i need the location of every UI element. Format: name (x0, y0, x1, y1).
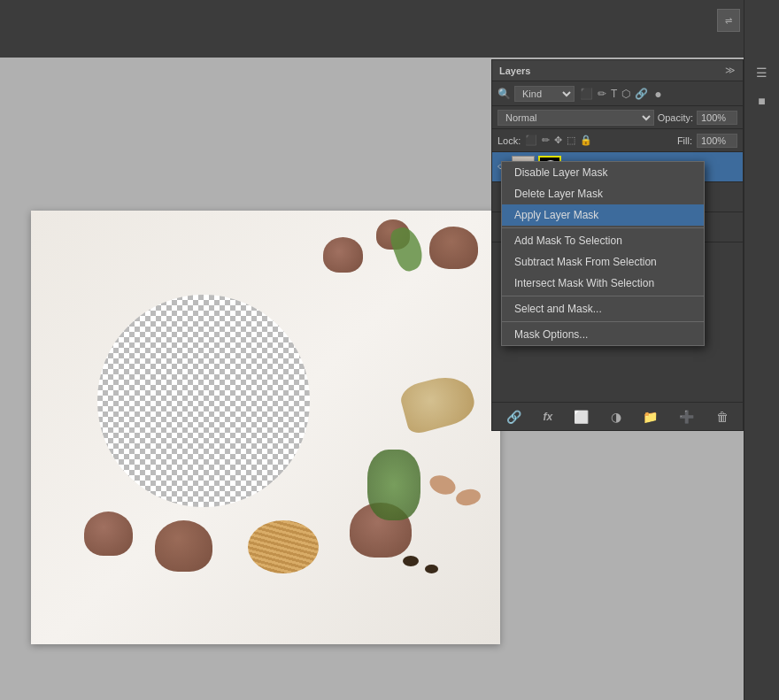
menu-item-delete[interactable]: Delete Layer Mask (502, 183, 704, 204)
food-olive-2 (425, 565, 438, 573)
menu-item-add-to-sel[interactable]: Add Mask To Selection (502, 230, 704, 251)
layers-bottom-toolbar: 🔗 fx ⬜ ◑ 📁 ➕ 🗑 (492, 402, 743, 430)
photo-frame (31, 211, 500, 644)
layers-panel-actions: ≫ (725, 65, 736, 76)
layers-kind-row: 🔍 Kind ⬛ ✏ T ⬡ 🔗 ● (492, 81, 743, 106)
food-mushroom-3 (429, 227, 478, 269)
menu-item-intersect[interactable]: Intersect Mask With Selection (502, 273, 704, 294)
add-mask-icon[interactable]: ⬜ (574, 410, 589, 424)
food-parsley (367, 450, 420, 520)
layers-panel-header: Layers ≫ (492, 60, 743, 81)
menu-item-subtract[interactable]: Subtract Mask From Selection (502, 251, 704, 273)
adjustment-layer-icon[interactable]: ◑ (611, 410, 621, 424)
food-mushroom-5 (155, 520, 212, 572)
group-layers-icon[interactable]: 📁 (643, 410, 658, 424)
lock-artboard-icon[interactable]: ⬚ (567, 135, 575, 146)
menu-separator-3 (502, 321, 704, 322)
lock-fill-row: Lock: ⬛ ✏ ✥ ⬚ 🔒 Fill: (492, 129, 743, 152)
top-right-panel-icons: ⇌ (717, 9, 740, 32)
food-olive-1 (403, 556, 419, 566)
filter-type-icon[interactable]: T (611, 88, 617, 100)
panel-toggle-icon[interactable]: ⇌ (717, 9, 740, 32)
food-mushroom-4 (84, 512, 133, 556)
transparency-circle (97, 295, 310, 507)
opacity-label: Opacity: (658, 112, 693, 123)
menu-item-apply[interactable]: Apply Layer Mask (502, 204, 704, 226)
lock-transparent-icon[interactable]: ⬛ (525, 135, 537, 146)
blend-mode-dropdown[interactable]: Normal (497, 110, 654, 126)
panel-props-icon[interactable]: ■ (746, 88, 778, 114)
fill-label: Fill: (677, 135, 692, 146)
right-panel-strip: ☰ ■ (744, 0, 779, 700)
filter-icons: ⬛ ✏ T ⬡ 🔗 ● (580, 87, 662, 101)
filter-toggle[interactable]: ● (654, 87, 661, 101)
menu-item-disable[interactable]: Disable Layer Mask (502, 162, 704, 183)
filter-pixel-icon[interactable]: ⬛ (580, 88, 593, 100)
food-noodles (248, 520, 319, 573)
kind-search-icon: 🔍 (497, 88, 511, 100)
filter-adjust-icon[interactable]: ✏ (598, 88, 606, 100)
food-mushroom-1 (323, 237, 363, 273)
lock-label: Lock: (497, 135, 521, 146)
fill-input[interactable] (697, 134, 737, 148)
panel-menu-icon[interactable]: ≫ (725, 65, 736, 76)
blend-opacity-row: Normal Opacity: (492, 106, 743, 129)
kind-dropdown[interactable]: Kind (514, 86, 575, 102)
new-layer-icon[interactable]: ➕ (679, 410, 694, 424)
opacity-input[interactable] (697, 111, 737, 125)
link-layers-icon[interactable]: 🔗 (506, 410, 521, 424)
fx-icon[interactable]: fx (543, 411, 552, 423)
top-bar (0, 0, 744, 58)
filter-shape-icon[interactable]: ⬡ (621, 88, 630, 100)
lock-position-icon[interactable]: ✥ (554, 135, 562, 146)
lock-all-icon[interactable]: 🔒 (580, 135, 592, 146)
layers-panel-title: Layers (499, 65, 530, 76)
delete-layer-icon[interactable]: 🗑 (716, 410, 729, 424)
menu-item-select-mask[interactable]: Select and Mask... (502, 298, 704, 319)
lock-paint-icon[interactable]: ✏ (542, 135, 550, 146)
filter-smart-icon[interactable]: 🔗 (635, 88, 648, 100)
context-menu: Disable Layer Mask Delete Layer Mask App… (501, 161, 705, 346)
panel-layers-icon[interactable]: ☰ (746, 59, 778, 86)
menu-separator-2 (502, 296, 704, 296)
menu-separator-1 (502, 227, 704, 228)
menu-item-mask-options[interactable]: Mask Options... (502, 324, 704, 345)
